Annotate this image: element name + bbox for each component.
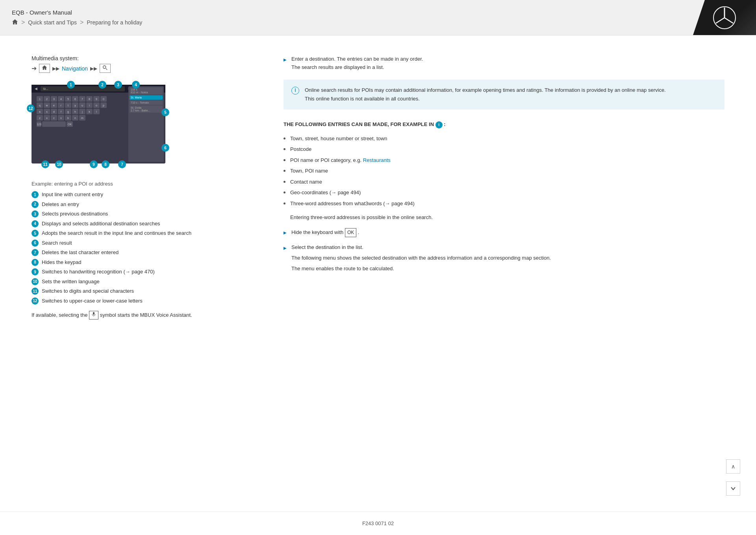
svg-line-2 — [106, 69, 107, 70]
legend-item: 4 Displays and selects additional destin… — [32, 220, 244, 228]
num-circle-6: 6 — [161, 144, 169, 152]
step2-text: Hide the keyboard with OK . — [291, 228, 359, 237]
bullet-dot — [284, 148, 285, 150]
num-circle-8: 8 — [102, 160, 109, 168]
step1-group: ▶ Enter a destination. The entries can b… — [284, 55, 724, 72]
list-item: POI name or POI category, e.g. Restauran… — [284, 156, 724, 164]
step1-line1: Enter a destination. The entries can be … — [291, 56, 423, 62]
legend-item: 2 Deletes an entry — [32, 201, 244, 208]
bullet-dot — [284, 181, 285, 183]
legend-item: 1 Input line with current entry — [32, 191, 244, 199]
list-item: Town, POI name — [284, 167, 724, 175]
step2-bullet: ▶ — [284, 230, 287, 236]
num-circle-1: 1 — [67, 81, 75, 89]
scroll-buttons: ∧ — [726, 459, 740, 496]
header: EQB - Owner's Manual > Quick start and T… — [0, 0, 756, 35]
legend-num-5: 5 — [32, 230, 39, 237]
nav-home-icon — [39, 64, 50, 73]
legend-num-3: 3 — [32, 210, 39, 217]
bullet-dot — [284, 137, 285, 139]
legend-num-11: 11 — [32, 288, 39, 295]
section-header: THE FOLLOWING ENTRIES CAN BE MADE, FOR E… — [284, 121, 724, 128]
step2-label: Hide the keyboard with — [291, 229, 343, 235]
num-circle-2: 2 — [98, 81, 106, 89]
scroll-down-button[interactable] — [726, 481, 740, 496]
home-icon[interactable] — [12, 19, 18, 26]
voice-note-text-2: symbol starts the MBUX Voice Assistant. — [100, 312, 192, 318]
bullet-dot — [284, 170, 285, 172]
section-header-colon: : — [444, 121, 445, 127]
step3-group: ▶ Select the destination in the list. Th… — [284, 243, 724, 273]
legend-item: 12 Switches to upper-case or lower-case … — [32, 297, 244, 305]
legend-num-9: 9 — [32, 268, 39, 275]
voice-icon-box — [89, 311, 98, 320]
info-box-text: Online search results for POIs may conta… — [305, 86, 666, 103]
mercedes-logo — [693, 0, 756, 35]
section-header-text: THE FOLLOWING ENTRIES CAN BE MADE, FOR E… — [284, 121, 434, 127]
legend-title: Example: entering a POI or address — [32, 181, 244, 187]
legend-num-4: 4 — [32, 220, 39, 227]
list-item: Postcode — [284, 145, 724, 153]
legend-num-8: 8 — [32, 259, 39, 266]
num-circle-9: 9 — [90, 160, 98, 168]
step3-note2: The menu enables the route to be calcula… — [291, 265, 551, 273]
legend-num-1: 1 — [32, 191, 39, 198]
restaurants-link[interactable]: Restaurants — [363, 157, 391, 163]
scroll-down-icon — [730, 485, 736, 492]
main-content: Multimedia system: ➔ ▶▶ Navigation ▶▶ ◀ … — [0, 35, 756, 511]
breadcrumb: > Quick start and Tips > Preparing for a… — [12, 19, 681, 26]
breadcrumb-link-1[interactable]: Quick start and Tips — [28, 19, 77, 26]
bullet-dot — [284, 191, 285, 193]
list-item: Three-word addresses from what3words (→ … — [284, 200, 724, 208]
info-icon: i — [291, 87, 299, 95]
svg-rect-3 — [93, 312, 94, 315]
breadcrumb-sep-2: > — [80, 19, 83, 26]
nav-dbl-arrow-2: ▶▶ — [90, 66, 97, 71]
step2-group: ▶ Hide the keyboard with OK . — [284, 228, 724, 237]
footer: F243 0071 02 — [0, 511, 756, 535]
multimedia-label: Multimedia system: — [32, 55, 244, 61]
voice-note: If available, selecting the symbol start… — [32, 311, 244, 320]
right-column: ▶ Enter a destination. The entries can b… — [268, 55, 724, 492]
step3-bullet: ▶ — [284, 245, 287, 251]
nav-path: ➔ ▶▶ Navigation ▶▶ — [32, 64, 244, 73]
legend-item: 11 Switches to digits and special charac… — [32, 287, 244, 295]
nav-arrow-icon: ➔ — [32, 65, 37, 72]
list-item: Geo-coordinates (→ page 494) — [284, 189, 724, 197]
breadcrumb-current: Preparing for a holiday — [87, 19, 142, 26]
legend-item: 9 Switches to handwriting recognition (→… — [32, 268, 244, 276]
bullet-dot — [284, 159, 285, 161]
step1-bullet: ▶ — [284, 57, 287, 63]
breadcrumb-sep-1: > — [21, 19, 25, 26]
step3-text: Select the destination in the list. The … — [291, 243, 551, 273]
document-id: F243 0071 02 — [362, 520, 394, 526]
step2-end: . — [358, 229, 359, 235]
legend-num-12: 12 — [32, 297, 39, 305]
step3-label: Select the destination in the list. — [291, 243, 551, 252]
sub-note: Entering three-word addresses is possibl… — [284, 214, 724, 222]
svg-point-1 — [103, 66, 106, 69]
nav-dbl-arrow-1: ▶▶ — [52, 66, 59, 71]
step1-text: Enter a destination. The entries can be … — [291, 55, 423, 72]
nav-navigation-link[interactable]: Navigation — [62, 65, 88, 72]
legend-item: 10 Sets the written language — [32, 278, 244, 286]
step1-line2: The search results are displayed in a li… — [291, 64, 384, 70]
num-circle-3: 3 — [114, 81, 122, 89]
circle-i-icon: i — [435, 121, 443, 128]
mercedes-star-icon — [713, 6, 736, 30]
bullet-dot — [284, 202, 285, 204]
nav-search-icon — [100, 64, 111, 73]
legend-num-7: 7 — [32, 249, 39, 256]
scroll-up-button[interactable]: ∧ — [726, 459, 740, 474]
list-item: Town, street, house number or street, to… — [284, 135, 724, 143]
num-circle-12: 12 — [27, 104, 35, 112]
num-circle-5: 5 — [161, 108, 169, 116]
num-circle-11: 11 — [41, 160, 49, 168]
legend-num-10: 10 — [32, 278, 39, 285]
num-circle-10: 10 — [55, 160, 63, 168]
device-screen: ◀ Si... Previous Destinations 1234567890… — [32, 85, 165, 163]
list-item: Contact name — [284, 178, 724, 186]
ok-button-box: OK — [345, 228, 356, 237]
left-column: Multimedia system: ➔ ▶▶ Navigation ▶▶ ◀ … — [32, 55, 268, 492]
legend-list: 1 Input line with current entry 2 Delete… — [32, 191, 244, 305]
